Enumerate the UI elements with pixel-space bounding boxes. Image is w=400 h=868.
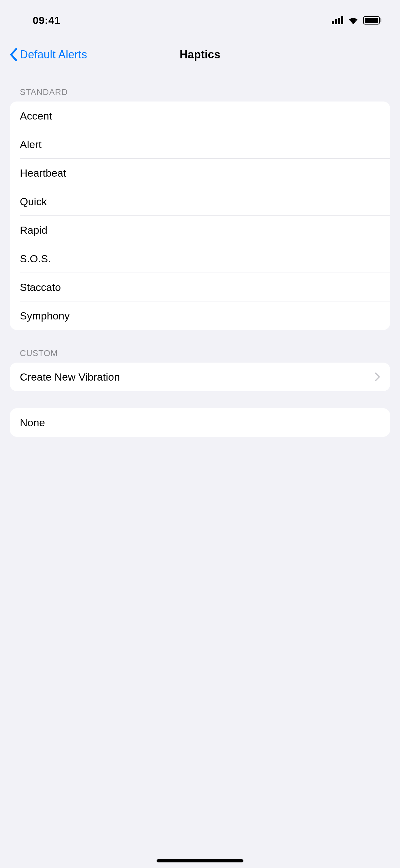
back-button[interactable]: Default Alerts — [9, 48, 87, 61]
list-item-label: Rapid — [20, 224, 47, 236]
list-item-label: Create New Vibration — [20, 371, 120, 383]
haptic-option-quick[interactable]: Quick — [10, 187, 390, 216]
list-item-label: S.O.S. — [20, 253, 51, 265]
haptic-option-alert[interactable]: Alert — [10, 130, 390, 159]
chevron-right-icon — [374, 372, 380, 381]
haptic-option-staccato[interactable]: Staccato — [10, 273, 390, 302]
haptic-option-symphony[interactable]: Symphony — [10, 302, 390, 330]
haptic-option-sos[interactable]: S.O.S. — [10, 244, 390, 273]
chevron-left-icon — [9, 48, 18, 61]
status-time: 09:41 — [0, 14, 93, 26]
list-group-none: None — [10, 408, 390, 437]
section-header-standard: STANDARD — [10, 69, 390, 101]
create-new-vibration-button[interactable]: Create New Vibration — [10, 363, 390, 391]
status-bar: 09:41 — [0, 0, 400, 40]
navigation-bar: Default Alerts Haptics — [0, 40, 400, 69]
list-group-standard: Accent Alert Heartbeat Quick Rapid S.O.S… — [10, 101, 390, 330]
list-item-label: None — [20, 416, 45, 429]
status-icons — [332, 16, 381, 25]
home-indicator[interactable] — [157, 859, 243, 862]
battery-icon — [363, 16, 381, 25]
haptic-option-none[interactable]: None — [10, 408, 390, 437]
list-item-label: Symphony — [20, 310, 70, 322]
back-label: Default Alerts — [20, 48, 87, 61]
list-item-label: Accent — [20, 110, 52, 122]
wifi-icon — [347, 16, 359, 24]
list-group-custom: Create New Vibration — [10, 363, 390, 391]
haptic-option-heartbeat[interactable]: Heartbeat — [10, 159, 390, 187]
list-item-label: Staccato — [20, 281, 61, 293]
content-area: STANDARD Accent Alert Heartbeat Quick Ra… — [0, 69, 400, 437]
list-item-label: Quick — [20, 195, 47, 208]
section-header-custom: CUSTOM — [10, 330, 390, 363]
haptic-option-accent[interactable]: Accent — [10, 101, 390, 130]
page-title: Haptics — [179, 48, 220, 61]
list-item-label: Heartbeat — [20, 167, 66, 179]
cellular-signal-icon — [332, 16, 343, 24]
haptic-option-rapid[interactable]: Rapid — [10, 216, 390, 244]
list-item-label: Alert — [20, 138, 41, 151]
